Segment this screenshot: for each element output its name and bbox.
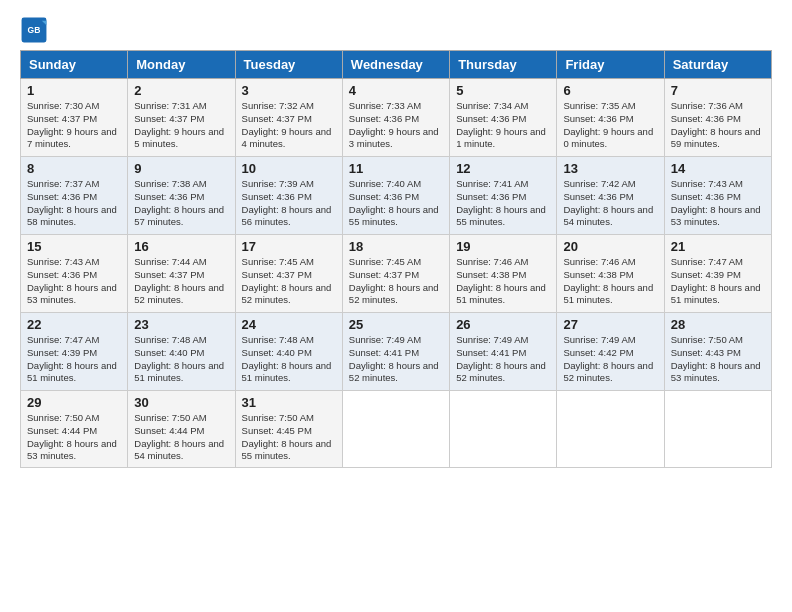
sunrise-text: Sunrise: 7:40 AM bbox=[349, 178, 421, 189]
sunrise-text: Sunrise: 7:32 AM bbox=[242, 100, 314, 111]
calendar-cell: 21Sunrise: 7:47 AMSunset: 4:39 PMDayligh… bbox=[664, 235, 771, 313]
cell-content: Sunrise: 7:45 AMSunset: 4:37 PMDaylight:… bbox=[242, 256, 336, 307]
daylight-text: Daylight: 8 hours and 52 minutes. bbox=[349, 360, 439, 384]
daylight-text: Daylight: 8 hours and 53 minutes. bbox=[27, 282, 117, 306]
day-number: 27 bbox=[563, 317, 657, 332]
day-number: 2 bbox=[134, 83, 228, 98]
calendar-cell: 14Sunrise: 7:43 AMSunset: 4:36 PMDayligh… bbox=[664, 157, 771, 235]
day-number: 16 bbox=[134, 239, 228, 254]
calendar-cell: 7Sunrise: 7:36 AMSunset: 4:36 PMDaylight… bbox=[664, 79, 771, 157]
sunset-text: Sunset: 4:38 PM bbox=[563, 269, 633, 280]
page-container: GB SundayMondayTuesdayWednesdayThursdayF… bbox=[0, 0, 792, 478]
calendar-cell: 3Sunrise: 7:32 AMSunset: 4:37 PMDaylight… bbox=[235, 79, 342, 157]
sunset-text: Sunset: 4:36 PM bbox=[27, 191, 97, 202]
sunset-text: Sunset: 4:37 PM bbox=[242, 113, 312, 124]
sunrise-text: Sunrise: 7:50 AM bbox=[134, 412, 206, 423]
calendar-cell: 17Sunrise: 7:45 AMSunset: 4:37 PMDayligh… bbox=[235, 235, 342, 313]
cell-content: Sunrise: 7:44 AMSunset: 4:37 PMDaylight:… bbox=[134, 256, 228, 307]
cell-content: Sunrise: 7:30 AMSunset: 4:37 PMDaylight:… bbox=[27, 100, 121, 151]
daylight-text: Daylight: 9 hours and 5 minutes. bbox=[134, 126, 224, 150]
daylight-text: Daylight: 8 hours and 52 minutes. bbox=[242, 282, 332, 306]
daylight-text: Daylight: 8 hours and 54 minutes. bbox=[563, 204, 653, 228]
daylight-text: Daylight: 8 hours and 55 minutes. bbox=[456, 204, 546, 228]
daylight-text: Daylight: 8 hours and 53 minutes. bbox=[27, 438, 117, 462]
sunrise-text: Sunrise: 7:41 AM bbox=[456, 178, 528, 189]
daylight-text: Daylight: 8 hours and 55 minutes. bbox=[349, 204, 439, 228]
logo: GB bbox=[20, 16, 52, 44]
sunrise-text: Sunrise: 7:49 AM bbox=[456, 334, 528, 345]
day-number: 26 bbox=[456, 317, 550, 332]
weekday-header-row: SundayMondayTuesdayWednesdayThursdayFrid… bbox=[21, 51, 772, 79]
day-number: 20 bbox=[563, 239, 657, 254]
cell-content: Sunrise: 7:49 AMSunset: 4:41 PMDaylight:… bbox=[456, 334, 550, 385]
cell-content: Sunrise: 7:49 AMSunset: 4:41 PMDaylight:… bbox=[349, 334, 443, 385]
sunrise-text: Sunrise: 7:38 AM bbox=[134, 178, 206, 189]
sunset-text: Sunset: 4:36 PM bbox=[456, 113, 526, 124]
daylight-text: Daylight: 8 hours and 53 minutes. bbox=[671, 360, 761, 384]
calendar-cell: 10Sunrise: 7:39 AMSunset: 4:36 PMDayligh… bbox=[235, 157, 342, 235]
daylight-text: Daylight: 8 hours and 51 minutes. bbox=[134, 360, 224, 384]
day-number: 9 bbox=[134, 161, 228, 176]
sunset-text: Sunset: 4:45 PM bbox=[242, 425, 312, 436]
cell-content: Sunrise: 7:37 AMSunset: 4:36 PMDaylight:… bbox=[27, 178, 121, 229]
cell-content: Sunrise: 7:42 AMSunset: 4:36 PMDaylight:… bbox=[563, 178, 657, 229]
sunrise-text: Sunrise: 7:36 AM bbox=[671, 100, 743, 111]
calendar-cell: 19Sunrise: 7:46 AMSunset: 4:38 PMDayligh… bbox=[450, 235, 557, 313]
sunset-text: Sunset: 4:36 PM bbox=[27, 269, 97, 280]
day-number: 29 bbox=[27, 395, 121, 410]
calendar-body: 1Sunrise: 7:30 AMSunset: 4:37 PMDaylight… bbox=[21, 79, 772, 468]
day-number: 28 bbox=[671, 317, 765, 332]
cell-content: Sunrise: 7:50 AMSunset: 4:45 PMDaylight:… bbox=[242, 412, 336, 463]
sunset-text: Sunset: 4:44 PM bbox=[27, 425, 97, 436]
daylight-text: Daylight: 8 hours and 55 minutes. bbox=[242, 438, 332, 462]
sunset-text: Sunset: 4:42 PM bbox=[563, 347, 633, 358]
sunset-text: Sunset: 4:36 PM bbox=[134, 191, 204, 202]
daylight-text: Daylight: 8 hours and 52 minutes. bbox=[349, 282, 439, 306]
daylight-text: Daylight: 8 hours and 54 minutes. bbox=[134, 438, 224, 462]
sunset-text: Sunset: 4:41 PM bbox=[349, 347, 419, 358]
calendar-cell bbox=[557, 391, 664, 468]
day-number: 13 bbox=[563, 161, 657, 176]
cell-content: Sunrise: 7:43 AMSunset: 4:36 PMDaylight:… bbox=[27, 256, 121, 307]
day-number: 21 bbox=[671, 239, 765, 254]
sunrise-text: Sunrise: 7:45 AM bbox=[242, 256, 314, 267]
cell-content: Sunrise: 7:50 AMSunset: 4:44 PMDaylight:… bbox=[134, 412, 228, 463]
calendar-cell: 8Sunrise: 7:37 AMSunset: 4:36 PMDaylight… bbox=[21, 157, 128, 235]
daylight-text: Daylight: 8 hours and 53 minutes. bbox=[671, 204, 761, 228]
sunset-text: Sunset: 4:40 PM bbox=[134, 347, 204, 358]
sunset-text: Sunset: 4:37 PM bbox=[27, 113, 97, 124]
day-number: 14 bbox=[671, 161, 765, 176]
calendar-cell: 29Sunrise: 7:50 AMSunset: 4:44 PMDayligh… bbox=[21, 391, 128, 468]
day-number: 8 bbox=[27, 161, 121, 176]
sunset-text: Sunset: 4:37 PM bbox=[349, 269, 419, 280]
sunrise-text: Sunrise: 7:49 AM bbox=[563, 334, 635, 345]
day-number: 23 bbox=[134, 317, 228, 332]
day-number: 30 bbox=[134, 395, 228, 410]
sunrise-text: Sunrise: 7:47 AM bbox=[671, 256, 743, 267]
sunrise-text: Sunrise: 7:48 AM bbox=[134, 334, 206, 345]
sunset-text: Sunset: 4:36 PM bbox=[242, 191, 312, 202]
sunset-text: Sunset: 4:36 PM bbox=[349, 191, 419, 202]
calendar-cell: 25Sunrise: 7:49 AMSunset: 4:41 PMDayligh… bbox=[342, 313, 449, 391]
weekday-header-wednesday: Wednesday bbox=[342, 51, 449, 79]
sunset-text: Sunset: 4:36 PM bbox=[671, 191, 741, 202]
sunrise-text: Sunrise: 7:42 AM bbox=[563, 178, 635, 189]
cell-content: Sunrise: 7:50 AMSunset: 4:43 PMDaylight:… bbox=[671, 334, 765, 385]
cell-content: Sunrise: 7:40 AMSunset: 4:36 PMDaylight:… bbox=[349, 178, 443, 229]
sunset-text: Sunset: 4:44 PM bbox=[134, 425, 204, 436]
sunset-text: Sunset: 4:37 PM bbox=[242, 269, 312, 280]
sunrise-text: Sunrise: 7:39 AM bbox=[242, 178, 314, 189]
sunrise-text: Sunrise: 7:43 AM bbox=[671, 178, 743, 189]
calendar-cell: 4Sunrise: 7:33 AMSunset: 4:36 PMDaylight… bbox=[342, 79, 449, 157]
calendar-cell: 1Sunrise: 7:30 AMSunset: 4:37 PMDaylight… bbox=[21, 79, 128, 157]
daylight-text: Daylight: 8 hours and 51 minutes. bbox=[671, 282, 761, 306]
daylight-text: Daylight: 8 hours and 51 minutes. bbox=[242, 360, 332, 384]
day-number: 11 bbox=[349, 161, 443, 176]
sunrise-text: Sunrise: 7:49 AM bbox=[349, 334, 421, 345]
calendar-table: SundayMondayTuesdayWednesdayThursdayFrid… bbox=[20, 50, 772, 468]
calendar-cell: 16Sunrise: 7:44 AMSunset: 4:37 PMDayligh… bbox=[128, 235, 235, 313]
calendar-cell: 11Sunrise: 7:40 AMSunset: 4:36 PMDayligh… bbox=[342, 157, 449, 235]
sunset-text: Sunset: 4:36 PM bbox=[456, 191, 526, 202]
calendar-cell bbox=[342, 391, 449, 468]
sunset-text: Sunset: 4:37 PM bbox=[134, 269, 204, 280]
